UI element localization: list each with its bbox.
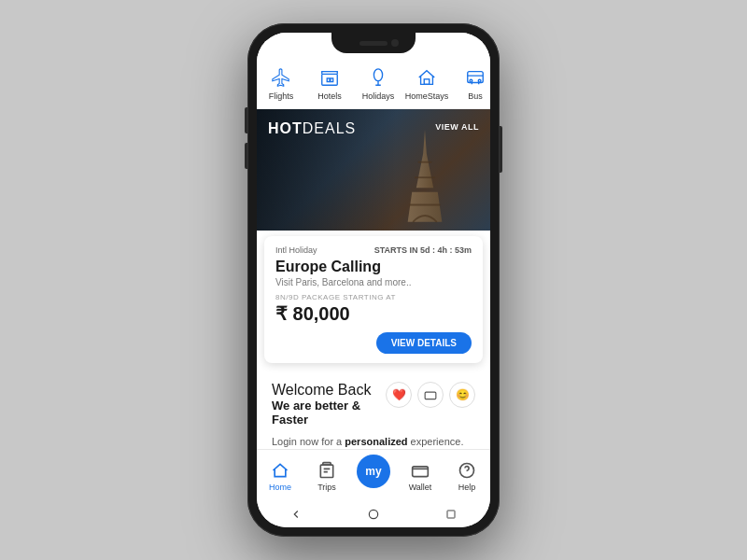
notch <box>331 33 416 53</box>
timer-value: 5d : 4h : 53m <box>420 245 472 255</box>
hotels-label: Hotels <box>317 91 342 101</box>
welcome-title: Welcome Back <box>272 382 386 399</box>
svg-rect-16 <box>413 466 429 476</box>
home-button[interactable] <box>366 507 381 522</box>
system-nav <box>257 501 490 527</box>
nav-my[interactable]: my <box>350 460 397 488</box>
house-icon <box>414 64 440 91</box>
help-nav-icon <box>457 460 477 481</box>
svg-rect-19 <box>447 511 455 518</box>
price-value: ₹ 80,000 <box>275 303 350 324</box>
plane-icon <box>268 64 294 91</box>
category-homestays[interactable]: HomeStays <box>402 63 451 103</box>
category-holidays[interactable]: Holidays <box>354 63 402 103</box>
recents-button[interactable] <box>444 507 458 522</box>
holidays-label: Holidays <box>362 91 395 101</box>
svg-point-18 <box>369 510 377 518</box>
trips-nav-icon <box>317 460 337 481</box>
home-nav-label: Home <box>269 483 291 492</box>
svg-rect-4 <box>424 79 430 85</box>
phone-screen: Flights Hotels Holidays <box>257 33 490 527</box>
welcome-description: Login now for a personalized experience.… <box>272 434 475 449</box>
category-hotels[interactable]: Hotels <box>305 63 354 103</box>
wallet-icon-circle <box>417 382 444 408</box>
svg-rect-2 <box>331 78 333 82</box>
help-nav-label: Help <box>458 483 476 492</box>
category-nav: Flights Hotels Holidays <box>257 59 490 109</box>
view-details-button[interactable]: VIEW DETAILS <box>376 332 472 354</box>
nav-trips[interactable]: Trips <box>303 456 350 492</box>
welcome-section: Welcome Back We are better & Faster ❤️ 😊… <box>257 369 490 449</box>
deal-card-header: Intl Holiday STARTS IN 5d : 4h : 53m <box>275 245 472 255</box>
wallet-nav-label: Wallet <box>409 483 432 492</box>
my-badge: my <box>357 455 390 488</box>
deal-type-badge: Intl Holiday <box>275 245 317 255</box>
power-button <box>500 126 502 173</box>
deals-text: DEALS <box>303 120 356 136</box>
bus-icon <box>462 64 488 91</box>
deal-subtitle: Visit Paris, Barcelona and more.. <box>275 277 472 287</box>
bottom-nav: Home Trips my Wallet <box>257 449 490 501</box>
welcome-subtitle: We are better & Faster <box>272 399 386 427</box>
svg-rect-13 <box>425 392 436 399</box>
svg-rect-1 <box>327 78 330 82</box>
personalized-text: personalized <box>345 436 407 447</box>
volume-down-button <box>245 143 247 169</box>
screen-content: Flights Hotels Holidays <box>257 59 490 449</box>
deal-timer: STARTS IN 5d : 4h : 53m <box>374 245 472 255</box>
trips-nav-label: Trips <box>317 483 336 492</box>
welcome-header: Welcome Back We are better & Faster ❤️ 😊 <box>272 382 475 427</box>
welcome-icon-group: ❤️ 😊 <box>386 382 475 408</box>
heart-icon-circle: ❤️ <box>386 382 412 408</box>
nav-help[interactable]: Help <box>444 456 490 492</box>
back-button[interactable] <box>289 507 303 522</box>
view-all-button[interactable]: VIEW ALL <box>435 122 479 132</box>
hero-section: HOTDEALS VIEW ALL <box>257 109 490 231</box>
homestays-label: HomeStays <box>405 91 449 101</box>
volume-up-button <box>245 107 247 133</box>
wallet-nav-icon <box>410 460 430 481</box>
svg-point-7 <box>478 79 481 82</box>
my-badge-label: my <box>365 465 381 478</box>
home-nav-icon <box>270 460 290 481</box>
svg-rect-15 <box>320 465 332 477</box>
nav-wallet[interactable]: Wallet <box>397 456 444 492</box>
hot-deals-title: HOTDEALS <box>268 120 356 137</box>
category-flights[interactable]: Flights <box>257 63 305 103</box>
svg-point-3 <box>374 69 382 81</box>
phone-shell: Flights Hotels Holidays <box>247 23 500 537</box>
hot-text: HOT <box>268 120 303 136</box>
hotel-icon <box>317 64 343 91</box>
bus-label: Bus <box>468 91 483 101</box>
category-bus[interactable]: Bus <box>451 63 490 103</box>
smile-icon-circle: 😊 <box>449 382 475 408</box>
deal-card: Intl Holiday STARTS IN 5d : 4h : 53m Eur… <box>264 236 483 363</box>
svg-point-6 <box>470 79 472 82</box>
deal-price: ₹ 80,000 <box>275 302 472 325</box>
deal-title: Europe Calling <box>275 259 472 275</box>
deal-package-label: 8N/9D PACKAGE STARTING AT <box>275 293 472 301</box>
timer-prefix: STARTS IN <box>374 245 418 255</box>
flights-label: Flights <box>269 91 294 101</box>
nav-home[interactable]: Home <box>257 456 303 492</box>
balloon-icon <box>365 64 391 91</box>
welcome-text-group: Welcome Back We are better & Faster <box>272 382 386 427</box>
